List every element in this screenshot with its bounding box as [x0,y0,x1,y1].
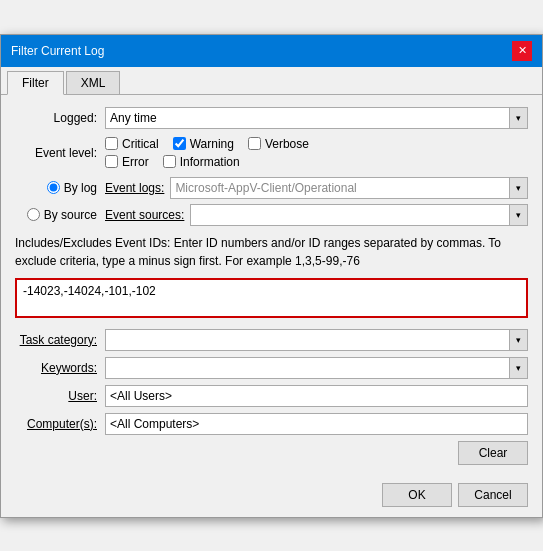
cancel-button[interactable]: Cancel [458,483,528,507]
keywords-combo[interactable]: ▾ [105,357,528,379]
event-sources-combo[interactable]: ▾ [190,204,528,226]
tab-filter[interactable]: Filter [7,71,64,95]
event-logs-value: Microsoft-AppV-Client/Operational [171,179,509,197]
dialog-body: Logged: Any time ▾ Event level: Critical [1,95,542,475]
cb-information-label[interactable]: Information [180,155,240,169]
radio-by-log-label[interactable]: By log [64,181,97,195]
computers-label: Computer(s): [15,417,105,431]
cb-information-item: Information [163,155,240,169]
logged-label: Logged: [15,111,105,125]
clear-button[interactable]: Clear [458,441,528,465]
task-category-arrow[interactable]: ▾ [509,330,527,350]
radio-by-log[interactable] [47,181,60,194]
clear-row: Clear [15,441,528,465]
tab-xml[interactable]: XML [66,71,121,94]
cb-warning-label[interactable]: Warning [190,137,234,151]
cb-error-label[interactable]: Error [122,155,149,169]
event-sources-label: Event sources: [105,208,184,222]
keywords-row: Keywords: ▾ [15,357,528,379]
radio-by-source-wrap: By source [15,204,105,226]
event-sources-arrow[interactable]: ▾ [509,205,527,225]
event-id-input[interactable]: -14023,-14024,-101,-102 [15,278,528,318]
cb-error[interactable] [105,155,118,168]
logged-combo-arrow[interactable]: ▾ [509,108,527,128]
event-level-label: Event level: [15,146,105,160]
user-input[interactable] [105,385,528,407]
cb-critical-label[interactable]: Critical [122,137,159,151]
event-logs-wrap: Event logs: Microsoft-AppV-Client/Operat… [105,177,528,199]
logged-row: Logged: Any time ▾ [15,107,528,129]
event-logs-arrow[interactable]: ▾ [509,178,527,198]
cb-error-item: Error [105,155,149,169]
radio-by-source-label[interactable]: By source [44,208,97,222]
cb-warning-item: Warning [173,137,234,151]
cb-verbose-label[interactable]: Verbose [265,137,309,151]
checkbox-row-2: Error Information [105,155,528,169]
event-sources-value [191,213,509,217]
tab-bar: Filter XML [1,67,542,95]
dialog-title: Filter Current Log [11,44,104,58]
event-logs-label: Event logs: [105,181,164,195]
keywords-value [106,366,509,370]
checkbox-row-1: Critical Warning Verbose [105,137,528,151]
task-category-row: Task category: ▾ [15,329,528,351]
task-category-value [106,338,509,342]
event-level-row: Event level: Critical Warning Verbose [15,137,528,169]
cb-critical[interactable] [105,137,118,150]
user-row: User: [15,385,528,407]
logged-value: Any time [106,109,509,127]
logged-combo-wrap: Any time ▾ [105,107,528,129]
keywords-label: Keywords: [15,361,105,375]
cb-verbose-item: Verbose [248,137,309,151]
logged-combo[interactable]: Any time ▾ [105,107,528,129]
checkboxes-wrap: Critical Warning Verbose Error [105,137,528,169]
event-id-description: Includes/Excludes Event IDs: Enter ID nu… [15,234,528,270]
title-bar: Filter Current Log ✕ [1,35,542,67]
cb-critical-item: Critical [105,137,159,151]
user-label: User: [15,389,105,403]
filter-dialog: Filter Current Log ✕ Filter XML Logged: … [0,34,543,518]
cb-warning[interactable] [173,137,186,150]
by-log-row: By log Event logs: Microsoft-AppV-Client… [15,177,528,199]
computers-input[interactable] [105,413,528,435]
ok-button[interactable]: OK [382,483,452,507]
event-logs-combo[interactable]: Microsoft-AppV-Client/Operational ▾ [170,177,528,199]
keywords-arrow[interactable]: ▾ [509,358,527,378]
by-source-row: By source Event sources: ▾ [15,204,528,226]
event-sources-wrap: Event sources: ▾ [105,204,528,226]
event-id-wrap: -14023,-14024,-101,-102 [15,278,528,321]
close-button[interactable]: ✕ [512,41,532,61]
radio-by-source[interactable] [27,208,40,221]
radio-by-log-wrap: By log [15,177,105,199]
task-category-combo[interactable]: ▾ [105,329,528,351]
cb-verbose[interactable] [248,137,261,150]
bottom-buttons: OK Cancel [1,475,542,517]
cb-information[interactable] [163,155,176,168]
task-category-label: Task category: [15,333,105,347]
computers-row: Computer(s): [15,413,528,435]
